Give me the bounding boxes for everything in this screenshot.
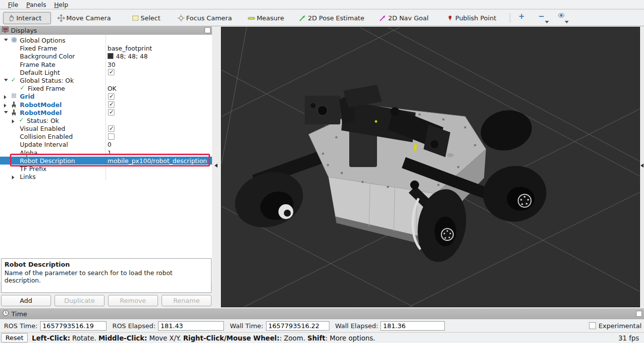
displays-buttons: Add Duplicate Remove Rename [1, 295, 212, 306]
ros-time-input[interactable] [40, 321, 107, 331]
rviz-window: File Panels Help Interact Move Camera Se… [0, 0, 644, 343]
focus-camera-tool-button[interactable]: Focus Camera [173, 12, 236, 24]
mouse-help-text: Left-Click: Rotate. Middle-Click: Move X… [32, 334, 618, 342]
menu-bar: File Panels Help [0, 0, 644, 9]
ros-time-label: ROS Time: [4, 322, 38, 330]
tree-row-robot-description[interactable]: Robot Description mobile_px100/robot_des… [0, 157, 212, 165]
nav-goal-tool-button[interactable]: 2D Nav Goal [375, 12, 433, 24]
pose-estimate-tool-button[interactable]: 2D Pose Estimate [294, 12, 369, 24]
tool-label: Focus Camera [186, 14, 232, 22]
expand-arrow-icon[interactable] [4, 95, 6, 99]
time-panel-header[interactable]: Time [0, 308, 644, 319]
tree-value[interactable]: 48; 48; 48 [116, 53, 148, 60]
select-tool-button[interactable]: Select [127, 12, 165, 24]
wall-time-input[interactable] [266, 321, 329, 331]
tree-row-links[interactable]: Links [0, 172, 212, 180]
expand-arrow-icon[interactable] [12, 175, 14, 179]
panel-title: Displays [11, 27, 37, 34]
fps-counter: 31 fps [618, 334, 639, 342]
tree-row-global-status[interactable]: ✓ Global Status: Ok [0, 76, 212, 84]
wall-elapsed-input[interactable] [380, 321, 445, 331]
expand-arrow-icon[interactable] [4, 79, 8, 81]
tree-value[interactable]: 30 [107, 61, 115, 68]
tree-row-status-ok[interactable]: ✓ Status: Ok [0, 116, 212, 124]
tree-row-global-options[interactable]: Global Options [0, 36, 212, 44]
displays-tree: Global Options Fixed Frame base_footprin… [0, 35, 212, 282]
tree-row-background-color[interactable]: Background Color 48; 48; 48 [0, 52, 212, 60]
description-text: Name of the parameter to search for to l… [4, 269, 208, 284]
status-bar: Reset Left-Click: Rotate. Middle-Click: … [0, 332, 644, 343]
tree-value[interactable]: 0 [107, 141, 111, 148]
tree-row-alpha[interactable]: Alpha 1 [0, 149, 212, 157]
collapse-left-arrow-icon[interactable] [215, 164, 217, 168]
checkbox-checked[interactable] [108, 125, 114, 132]
tree-row-fixed-frame-status[interactable]: ✓ Fixed Frame OK [0, 84, 212, 92]
splitter-left[interactable] [212, 27, 221, 307]
time-panel-float-button[interactable] [636, 311, 642, 317]
checkbox-checked[interactable] [108, 69, 114, 75]
tool-label: 2D Pose Estimate [308, 14, 364, 22]
tree-label: Fixed Frame [20, 45, 57, 52]
tree-row-robotmodel-2[interactable]: RobotModel [0, 109, 212, 116]
ros-elapsed-input[interactable] [158, 321, 224, 331]
move-camera-tool-button[interactable]: Move Camera [53, 12, 115, 24]
tree-label: Visual Enabled [20, 125, 65, 132]
tree-label: Links [20, 173, 36, 180]
tree-label: Grid [20, 93, 35, 100]
tree-value[interactable]: base_footprint [107, 45, 152, 52]
tree-value[interactable]: 1 [107, 149, 111, 157]
add-button[interactable]: Add [1, 295, 51, 306]
tree-label: Status: Ok [27, 117, 59, 124]
experimental-checkbox[interactable] [589, 322, 596, 329]
minus-icon: − [538, 12, 544, 21]
expand-arrow-icon[interactable] [4, 104, 6, 108]
expand-arrow-icon[interactable] [4, 111, 8, 114]
collapse-right-arrow-icon[interactable] [641, 164, 644, 168]
tree-row-tf-prefix[interactable]: TF Prefix [0, 165, 212, 172]
robot-icon [11, 101, 17, 108]
tree-row-visual-enabled[interactable]: Visual Enabled [0, 124, 212, 132]
remove-tool-button[interactable]: − [535, 12, 548, 24]
tree-row-default-light[interactable]: Default Light [0, 68, 212, 76]
publish-point-tool-button[interactable]: Publish Point [442, 12, 501, 24]
splitter-right[interactable] [640, 27, 644, 307]
clock-icon [2, 310, 9, 318]
remove-button[interactable]: Remove [108, 295, 158, 306]
tool-properties-button[interactable] [555, 12, 568, 24]
tree-row-fixed-frame[interactable]: Fixed Frame base_footprint [0, 44, 212, 52]
measure-tool-button[interactable]: Measure [243, 12, 288, 24]
tree-row-update-interval[interactable]: Update Interval 0 [0, 140, 212, 148]
status-ok-check-icon: ✓ [20, 85, 26, 91]
3d-viewport[interactable] [221, 27, 640, 307]
checkbox-checked[interactable] [108, 101, 114, 108]
menu-help[interactable]: Help [50, 0, 72, 9]
menu-panels[interactable]: Panels [22, 0, 50, 9]
interact-tool-button[interactable]: Interact [3, 12, 51, 24]
tree-label: Frame Rate [20, 61, 55, 68]
tree-row-robotmodel-1[interactable]: RobotModel [0, 101, 212, 109]
panel-float-button[interactable] [205, 27, 211, 33]
menu-file[interactable]: File [4, 0, 22, 9]
color-swatch[interactable] [107, 53, 113, 59]
tool-label: Publish Point [455, 14, 496, 22]
crosshair-icon [177, 14, 185, 22]
checkbox-unchecked[interactable] [108, 133, 114, 140]
chevron-down-icon [545, 21, 549, 23]
displays-panel-header[interactable]: Displays [0, 26, 212, 35]
reset-button[interactable]: Reset [1, 333, 28, 343]
plus-icon: + [518, 12, 525, 21]
add-tool-button[interactable]: + [515, 12, 528, 24]
grid-icon [11, 93, 17, 99]
checkbox-checked[interactable] [108, 109, 114, 115]
tool-label: Interact [16, 14, 42, 22]
checkbox-checked[interactable] [108, 93, 114, 100]
tree-row-collision-enabled[interactable]: Collision Enabled [0, 132, 212, 140]
tree-value[interactable]: mobile_px100/robot_description [107, 157, 207, 165]
duplicate-button[interactable]: Duplicate [54, 295, 105, 306]
tree-row-frame-rate[interactable]: Frame Rate 30 [0, 60, 212, 68]
expand-arrow-icon[interactable] [12, 119, 14, 123]
viewport-canvas [221, 27, 640, 307]
rename-button[interactable]: Rename [161, 295, 212, 306]
expand-arrow-icon[interactable] [4, 39, 8, 41]
tree-row-grid[interactable]: Grid [0, 92, 212, 100]
